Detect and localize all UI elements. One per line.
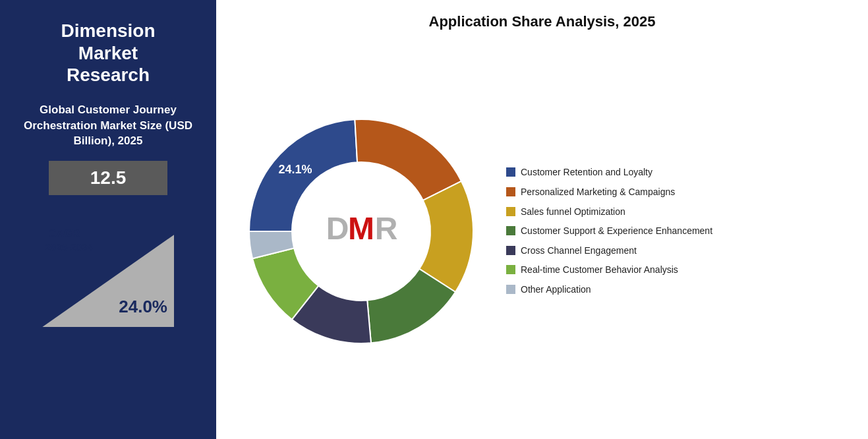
legend-color-box <box>506 265 515 274</box>
legend-label: Sales funnel Optimization <box>521 206 625 219</box>
legend-color-box <box>506 207 515 216</box>
legend-color-box <box>506 226 515 235</box>
legend-label: Personalized Marketing & Campaigns <box>521 186 675 199</box>
legend-label: Other Application <box>521 283 591 297</box>
legend-color-box <box>506 246 515 255</box>
cagr-value: 24.0% <box>119 297 167 317</box>
cagr-label: CAGR <box>49 228 80 240</box>
svg-text:D: D <box>326 211 349 246</box>
donut-svg: DMR24.1% <box>236 93 486 370</box>
svg-text:R: R <box>375 211 398 246</box>
right-content: Application Share Analysis, 2025 DMR24.1… <box>216 0 868 439</box>
chart-area: DMR24.1% Customer Retention and LoyaltyP… <box>236 37 848 426</box>
legend: Customer Retention and LoyaltyPersonaliz… <box>506 166 848 296</box>
svg-text:M: M <box>348 211 374 246</box>
svg-text:24.1%: 24.1% <box>279 163 312 176</box>
legend-label: Cross Channel Engagement <box>521 245 637 258</box>
legend-label: Customer Retention and Loyalty <box>521 166 652 179</box>
legend-item: Cross Channel Engagement <box>506 245 848 258</box>
legend-item: Customer Retention and Loyalty <box>506 166 848 179</box>
legend-item: Personalized Marketing & Campaigns <box>506 186 848 199</box>
sub-title: Global Customer Journey Orchestration Ma… <box>13 102 203 149</box>
legend-label: Customer Support & Experience Enhancemen… <box>521 225 712 238</box>
legend-color-box <box>506 187 515 196</box>
left-panel: Dimension Market Research Global Custome… <box>0 0 216 439</box>
brand-title: Dimension Market Research <box>61 20 155 86</box>
legend-item: Real-time Customer Behavior Analysis <box>506 264 848 277</box>
legend-item: Other Application <box>506 283 848 297</box>
legend-color-box <box>506 167 515 177</box>
legend-label: Real-time Customer Behavior Analysis <box>521 264 678 277</box>
legend-color-box <box>506 285 515 294</box>
legend-item: Customer Support & Experience Enhancemen… <box>506 225 848 238</box>
cagr-years: 2025-2034 <box>45 241 93 252</box>
legend-item: Sales funnel Optimization <box>506 206 848 219</box>
market-value: 12.5 <box>49 161 167 195</box>
cagr-section: CAGR 2025-2034 24.0% <box>36 221 181 327</box>
chart-title: Application Share Analysis, 2025 <box>236 13 848 30</box>
donut-chart: DMR24.1% <box>236 93 486 370</box>
